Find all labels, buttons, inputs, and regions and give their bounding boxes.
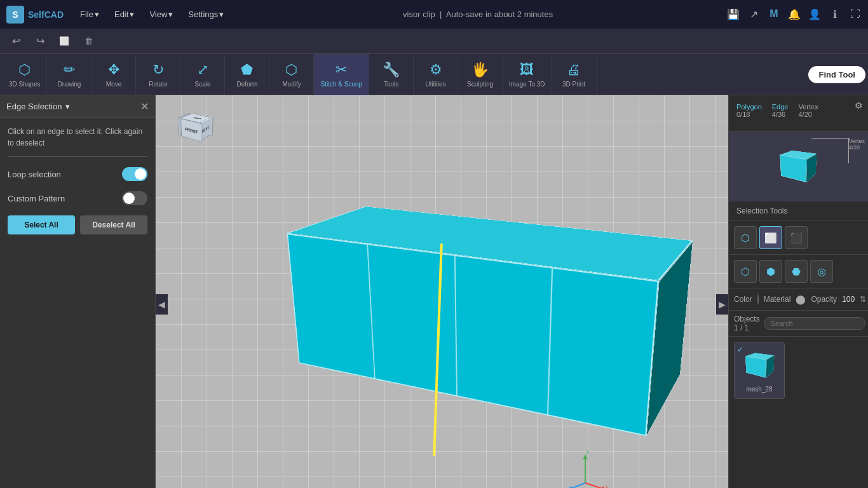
tool-3d-shapes[interactable]: ⬡ 3D Shapes [3,54,47,95]
vertex-label: Vertex [798,103,818,111]
tool-rotate[interactable]: ↻ Rotate [136,54,180,95]
undo-button[interactable]: ↩ [6,32,25,51]
redo-button[interactable]: ↪ [31,32,50,51]
3d-print-icon: 🖨 [567,62,581,78]
mesh-info: ⚙ Polygon 0/18 Edge 4/36 Vertex 4/20 [729,95,868,132]
delete-button[interactable]: 🗑 [79,32,98,51]
object-item-mesh28[interactable]: ✓ mesh_28 [734,342,785,399]
image-to-3d-icon: 🖼 [520,62,534,78]
sel-tool-vertex[interactable]: ⬡ [734,226,757,249]
tool-move[interactable]: ✥ Move [92,54,136,95]
tool-label-3d-shapes: 3D Shapes [9,81,40,88]
transform-object[interactable]: ⬡ [734,260,757,283]
mesh-preview: Vertex4/20 [729,132,868,201]
loop-selection-toggle[interactable] [122,167,147,181]
autosave-status: Auto-save in about 2 minutes [446,10,553,19]
main-toolbar: ⬡ 3D Shapes ✏ Drawing ✥ Move ↻ Rotate ⤢ … [0,54,868,95]
copy-button[interactable]: ⬜ [55,32,74,51]
info-icon[interactable]: ℹ [829,8,841,21]
sel-tool-edge[interactable]: ⬜ [759,226,782,249]
tool-label-move: Move [106,81,121,88]
action-buttons: Select All Deselect All [8,215,147,234]
selection-tool-icons: ⬡ ⬜ ⬛ [729,221,868,255]
opacity-spinner[interactable]: ⇅ [860,295,866,304]
deform-icon: ⬟ [241,62,253,78]
tool-stitch-scoop[interactable]: ✂ Stitch & Scoop [314,54,369,95]
tool-3d-print[interactable]: 🖨 3D Print [552,54,597,95]
top-menu-bar: S SelfCAD File ▾ Edit ▾ View ▾ Settings … [0,0,868,29]
settings-gear-icon[interactable]: ⚙ [855,100,863,111]
3d-viewport[interactable]: ◀ ▶ FRONT RIGHT TOP [156,95,728,488]
left-panel: Edge Selection ▾ ✕ Click on an edge to s… [0,95,156,488]
m-icon[interactable]: M [768,8,780,21]
stitch-scoop-icon: ✂ [336,62,347,78]
utilities-icon: ⚙ [430,62,442,78]
logo-icon: S [6,6,24,24]
main-layout: Edge Selection ▾ ✕ Click on an edge to s… [0,95,868,488]
opacity-label: Opacity [811,295,837,304]
menu-view[interactable]: View ▾ [144,7,178,22]
axis-indicator: Y X [563,448,607,488]
app-logo[interactable]: S SelfCAD [6,6,64,24]
scale-icon: ⤢ [197,62,208,78]
menu-settings[interactable]: Settings ▾ [183,7,229,22]
bell-icon[interactable]: 🔔 [788,8,801,21]
tool-modify[interactable]: ⬡ Modify [269,54,314,95]
viewport-right-arrow[interactable]: ▶ [716,294,728,315]
big-cube-inner [329,219,677,403]
viewport-left-arrow[interactable]: ◀ [156,294,168,315]
polygon-label: Polygon [736,103,762,111]
search-objects-input[interactable] [764,317,865,330]
tool-label-sculpting: Sculpting [467,81,493,88]
panel-dropdown-icon[interactable]: ▾ [65,102,70,111]
project-info: visor clip | Auto-save in about 2 minute… [234,10,722,19]
menu-file[interactable]: File ▾ [75,7,104,22]
3d-object [257,197,715,432]
panel-title-text: Edge Selection [6,102,62,111]
right-panel-cube [773,141,824,192]
navigation-cube[interactable]: FRONT RIGHT TOP [175,108,226,159]
panel-close-button[interactable]: ✕ [140,100,149,112]
custom-pattern-row: Custom Pattern [8,191,147,205]
axis-svg: Y X [563,448,607,488]
tool-deform[interactable]: ⬟ Deform [225,54,269,95]
edge-value: 4/36 [772,111,789,118]
tool-utilities[interactable]: ⚙ Utilities [414,54,458,95]
panel-header: Edge Selection ▾ ✕ [0,95,155,118]
tool-sculpting[interactable]: 🖐 Sculpting [458,54,503,95]
material-icon[interactable]: ⬤ [796,294,806,304]
deselect-all-button[interactable]: Deselect All [80,215,147,234]
transform-world[interactable]: ◎ [810,260,833,283]
tool-image-to-3d[interactable]: 🖼 Image To 3D [503,54,552,95]
3d-shapes-icon: ⬡ [18,62,31,78]
transform-group[interactable]: ⬢ [759,260,782,283]
find-tool-button[interactable]: Find Tool [808,66,865,83]
big-cube [257,197,715,432]
tool-label-stitch-scoop: Stitch & Scoop [320,81,362,88]
select-all-button[interactable]: Select All [8,215,75,234]
vertex-value: 4/20 [798,111,818,118]
share-icon[interactable]: ↗ [747,8,760,21]
polygon-stat: Polygon 0/18 [736,103,762,118]
color-swatch[interactable] [757,294,759,305]
menu-edit[interactable]: Edit ▾ [109,7,139,22]
transform-local[interactable]: ⬣ [785,260,808,283]
custom-pattern-toggle[interactable] [122,191,147,205]
tool-drawing[interactable]: ✏ Drawing [47,54,92,95]
svg-text:X: X [605,484,607,488]
objects-count: Objects 1 / 1 [734,315,760,332]
edge-stat: Edge 4/36 [772,103,789,118]
user-icon[interactable]: 👤 [808,8,821,21]
svg-text:Y: Y [586,449,590,456]
tools-icon: 🔧 [383,62,400,78]
sel-tool-face[interactable]: ⬛ [785,226,808,249]
svg-line-2 [585,483,604,488]
fullscreen-icon[interactable]: ⛶ [849,8,862,21]
save-icon[interactable]: 💾 [727,8,740,21]
panel-instruction: Click on an edge to select it. Click aga… [8,126,147,157]
objects-row: Objects 1 / 1 ⚙ [729,311,868,337]
tool-label-image-to-3d: Image To 3D [509,81,545,88]
move-icon: ✥ [108,62,119,78]
tool-scale[interactable]: ⤢ Scale [180,54,225,95]
tool-tools[interactable]: 🔧 Tools [369,54,414,95]
